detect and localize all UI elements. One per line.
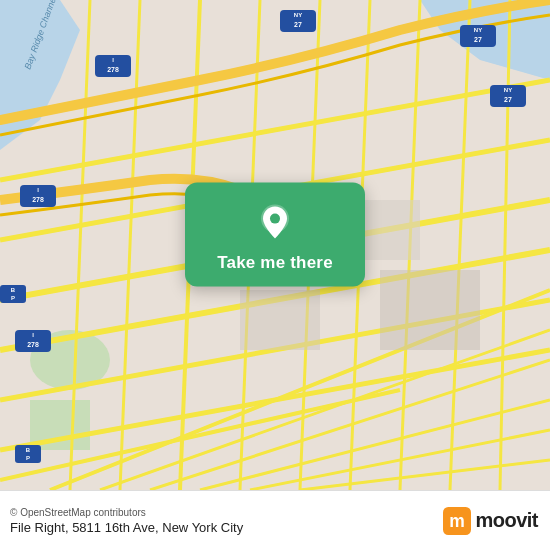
svg-text:278: 278 <box>27 341 39 348</box>
svg-text:27: 27 <box>294 21 302 28</box>
svg-text:P: P <box>11 295 15 301</box>
svg-text:27: 27 <box>474 36 482 43</box>
svg-text:m: m <box>450 511 466 531</box>
location-pin-icon <box>253 201 297 245</box>
svg-text:27: 27 <box>504 96 512 103</box>
svg-text:NY: NY <box>294 12 302 18</box>
svg-point-56 <box>270 214 280 224</box>
svg-text:P: P <box>26 455 30 461</box>
svg-text:278: 278 <box>32 196 44 203</box>
svg-text:B: B <box>26 447 31 453</box>
cta-card[interactable]: Take me there <box>185 183 365 287</box>
svg-text:278: 278 <box>107 66 119 73</box>
osm-credit: © OpenStreetMap contributors <box>10 507 243 518</box>
footer-info: © OpenStreetMap contributors File Right,… <box>10 507 243 535</box>
moovit-logo-icon: m <box>443 507 471 535</box>
svg-rect-54 <box>240 290 320 350</box>
moovit-logo: m moovit <box>443 507 538 535</box>
moovit-text-label: moovit <box>475 509 538 532</box>
footer: © OpenStreetMap contributors File Right,… <box>0 490 550 550</box>
svg-text:NY: NY <box>504 87 512 93</box>
cta-button-label: Take me there <box>217 253 333 273</box>
svg-text:NY: NY <box>474 27 482 33</box>
svg-rect-53 <box>380 270 480 350</box>
map-container: I 278 I 278 I 278 NY 27 NY 27 NY 27 B P … <box>0 0 550 490</box>
location-label: File Right, 5811 16th Ave, New York City <box>10 520 243 535</box>
svg-text:B: B <box>11 287 16 293</box>
